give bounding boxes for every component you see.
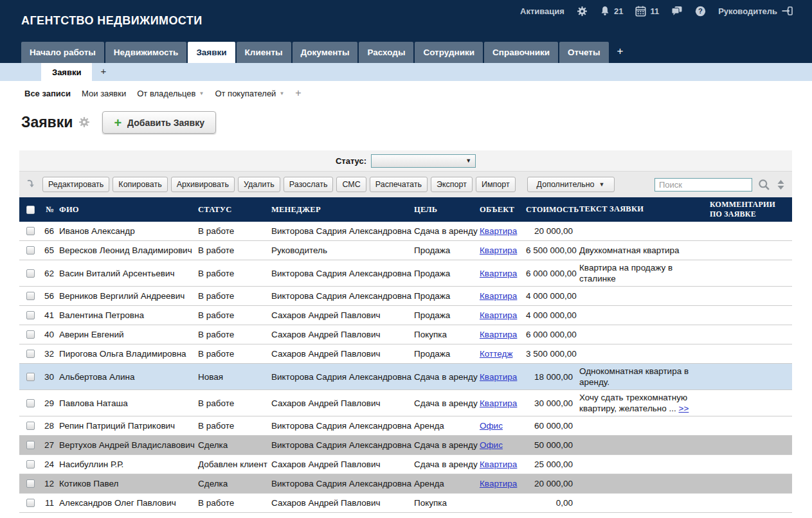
object-link[interactable]: Квартира: [480, 310, 517, 320]
view-filter-item[interactable]: Мои заявки: [82, 89, 126, 98]
more-link[interactable]: >>: [679, 404, 689, 413]
collapse-arrow-icon[interactable]: [26, 179, 35, 191]
row-checkbox[interactable]: [26, 269, 35, 278]
view-filter-item[interactable]: Все записи: [24, 89, 71, 98]
object-link[interactable]: Квартира: [480, 372, 517, 382]
add-filter-button[interactable]: +: [295, 87, 301, 99]
col-object[interactable]: ОБЪЕКТ: [480, 205, 526, 215]
row-checkbox[interactable]: [26, 227, 35, 235]
cell-fio: Верников Вергилий Андреевич: [58, 291, 198, 301]
cell-text: [575, 333, 708, 337]
object-link[interactable]: Квартира: [480, 291, 517, 301]
search-input[interactable]: [654, 178, 752, 192]
status-filter-band: Статус: ▼: [19, 150, 792, 171]
calendar-control[interactable]: 11: [635, 6, 659, 17]
object-link[interactable]: Коттедж: [480, 349, 512, 359]
object-link[interactable]: Офис: [480, 440, 503, 450]
col-goal[interactable]: ЦЕЛЬ: [414, 205, 480, 215]
chat-icon[interactable]: [671, 6, 683, 16]
cell-num: 32: [41, 349, 58, 359]
more-actions-button[interactable]: Дополнительно ▼: [527, 177, 615, 192]
row-checkbox[interactable]: [26, 373, 35, 381]
toolbar-button[interactable]: Разослать: [284, 177, 334, 192]
add-request-button[interactable]: + Добавить Заявку: [102, 111, 216, 134]
row-checkbox[interactable]: [26, 350, 35, 358]
object-link[interactable]: Квартира: [480, 269, 517, 278]
toolbar-button[interactable]: Распечатать: [370, 177, 428, 192]
table-row[interactable]: 65 Вересков Леонид Владимирович В работе…: [19, 241, 792, 260]
search-icon[interactable]: [758, 179, 770, 191]
status-select[interactable]: ▼: [371, 154, 476, 168]
subtab-zayavki[interactable]: Заявки: [41, 63, 92, 81]
table-row[interactable]: 29 Павлова Наташа В работе Сахаров Андре…: [19, 390, 792, 416]
toolbar-button[interactable]: Удалить: [238, 177, 280, 192]
main-nav-tab[interactable]: Справочники: [484, 42, 558, 63]
row-checkbox[interactable]: [26, 460, 35, 469]
table-row[interactable]: 56 Верников Вергилий Андреевич В работе …: [19, 287, 792, 306]
toolbar-button[interactable]: Копировать: [113, 177, 167, 192]
toolbar-button[interactable]: Импорт: [476, 177, 516, 192]
notifications-control[interactable]: 21: [600, 6, 623, 16]
toolbar-button[interactable]: Архивировать: [171, 177, 235, 192]
settings-gear-icon[interactable]: [577, 6, 588, 17]
object-link[interactable]: Квартира: [480, 226, 517, 236]
object-link[interactable]: Квартира: [480, 398, 517, 408]
table-row[interactable]: 32 Пирогова Ольга Владимировна В работе …: [19, 344, 792, 364]
activation-link[interactable]: Активация: [520, 6, 564, 16]
table-row[interactable]: 40 Аверин Евгений В работе Сахаров Андре…: [19, 325, 792, 344]
object-link[interactable]: Квартира: [480, 246, 517, 255]
main-nav-tab[interactable]: Недвижимость: [105, 42, 187, 63]
sort-arrows-icon[interactable]: [776, 179, 786, 190]
main-nav-tab[interactable]: Расходы: [359, 42, 413, 63]
table-row[interactable]: 28 Репин Патриций Патрикович В работе Ви…: [19, 416, 792, 436]
row-checkbox[interactable]: [26, 330, 35, 339]
table-row[interactable]: 27 Вертухов Андрей Владиславович Сделка …: [19, 436, 792, 455]
table-row[interactable]: 41 Валентина Петровна В работе Сахаров А…: [19, 306, 792, 325]
table-row[interactable]: 11 Александров Олег Павлович В работе Са…: [19, 494, 792, 513]
col-status[interactable]: СТАТУС: [198, 205, 271, 215]
main-nav-tab[interactable]: Заявки: [188, 42, 235, 63]
table-row[interactable]: 30 Альбертова Алина Новая Викторова Садр…: [19, 364, 792, 390]
object-link[interactable]: Офис: [480, 421, 503, 431]
table-row[interactable]: 24 Насибуллин Р.Р. Добавлен клиент Сахар…: [19, 455, 792, 474]
cell-fio: Котиков Павел: [58, 479, 198, 488]
row-checkbox[interactable]: [26, 292, 35, 300]
col-text[interactable]: ТЕКСТ ЗАЯВКИ: [575, 202, 708, 217]
cell-goal: Продажа: [414, 349, 480, 359]
add-subtab-button[interactable]: +: [92, 63, 114, 81]
view-filter-item[interactable]: От покупателей ▼: [215, 89, 284, 98]
toolbar-button[interactable]: Редактировать: [42, 177, 109, 192]
object-link[interactable]: Квартира: [480, 460, 517, 469]
row-checkbox[interactable]: [26, 441, 35, 449]
main-nav-tab[interactable]: Сотрудники: [415, 42, 483, 63]
main-nav-tab[interactable]: Отчеты: [559, 42, 608, 63]
add-tab-button[interactable]: +: [609, 41, 632, 63]
toolbar-button[interactable]: СМС: [336, 177, 366, 192]
col-manager[interactable]: МЕНЕДЖЕР: [271, 205, 414, 215]
row-checkbox[interactable]: [26, 499, 35, 507]
select-all-checkbox[interactable]: [26, 206, 35, 214]
col-num[interactable]: №: [41, 205, 58, 215]
row-checkbox[interactable]: [26, 399, 35, 407]
table-row[interactable]: 12 Котиков Павел Сделка Викторова Садрия…: [19, 474, 792, 494]
help-icon[interactable]: ?: [695, 6, 706, 17]
table-row[interactable]: 66 Иванов Александр В работе Викторова С…: [19, 222, 792, 241]
main-nav-tab[interactable]: Клиенты: [237, 42, 291, 63]
row-checkbox[interactable]: [26, 479, 35, 488]
cell-num: 40: [41, 330, 58, 339]
col-comment[interactable]: КОММЕНТАРИИ ПО ЗАЯВКЕ: [708, 200, 792, 219]
user-menu[interactable]: Руководитель: [718, 6, 793, 16]
main-nav-tab[interactable]: Начало работы: [21, 42, 104, 63]
row-checkbox[interactable]: [26, 311, 35, 319]
page-settings-gear-icon[interactable]: [78, 116, 90, 130]
toolbar-button[interactable]: Экспорт: [431, 177, 473, 192]
object-link[interactable]: Квартира: [480, 479, 517, 488]
col-fio[interactable]: ФИО: [58, 205, 198, 215]
table-row[interactable]: 62 Васин Виталий Арсентьевич В работе Ви…: [19, 260, 792, 287]
row-checkbox[interactable]: [26, 246, 35, 255]
object-link[interactable]: Квартира: [480, 330, 517, 339]
row-checkbox[interactable]: [26, 422, 35, 430]
col-price[interactable]: СТОИМОСТЬ: [526, 205, 575, 215]
main-nav-tab[interactable]: Документы: [293, 42, 358, 63]
view-filter-item[interactable]: От владельцев ▼: [137, 89, 204, 98]
